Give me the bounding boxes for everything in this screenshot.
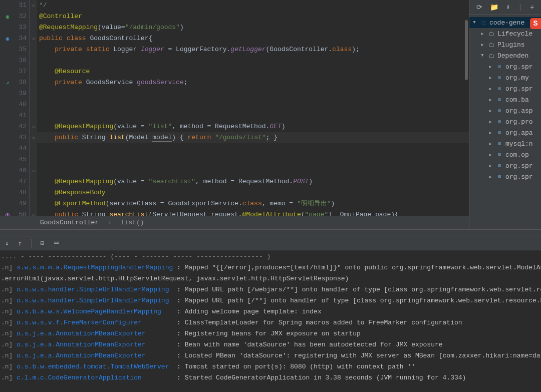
lib-icon: ≡ bbox=[495, 119, 503, 125]
folder-icon: 🗀 bbox=[487, 31, 495, 37]
code-content[interactable]: */ @Controller @RequestMapping(value="/a… bbox=[37, 0, 469, 216]
tree-dep[interactable]: ▶≡com.ba bbox=[469, 94, 541, 105]
folder-icon: 🗀 bbox=[487, 53, 495, 59]
breadcrumb-method[interactable]: list() bbox=[121, 219, 144, 226]
gutter-icons: ◉ ◉ ↗ ◎ bbox=[0, 0, 15, 216]
breakpoint-icon[interactable]: ◎ bbox=[6, 211, 10, 216]
console-toolbar: ↧ ↥ ⊟ ⩸ bbox=[0, 236, 541, 250]
scroll-top-icon[interactable]: ↥ bbox=[18, 239, 22, 247]
ime-badge[interactable]: S bbox=[530, 18, 541, 29]
spring-icon: ◉ bbox=[6, 13, 9, 21]
tree-dependencies[interactable]: ▼🗀Dependen bbox=[469, 50, 541, 61]
lib-icon: ≡ bbox=[495, 86, 503, 92]
tree-plugins[interactable]: ▶🗀Plugins bbox=[469, 39, 541, 50]
maven-tree[interactable]: ▼⬚code-gene ▶🗀Lifecycle ▶🗀Plugins ▼🗀Depe… bbox=[469, 15, 541, 229]
plus-icon[interactable]: + bbox=[530, 4, 534, 12]
tree-dep[interactable]: ▶≡org.pro bbox=[469, 116, 541, 127]
scroll-bottom-icon[interactable]: ↧ bbox=[5, 239, 9, 247]
line-numbers: 31 32 33 34 35 36 37 38 39 40 41 42 43 4… bbox=[15, 0, 30, 216]
lib-icon: ≡ bbox=[495, 97, 503, 103]
tree-dep[interactable]: ▶≡org.my bbox=[469, 72, 541, 83]
tree-dep[interactable]: ▶≡org.apa bbox=[469, 127, 541, 138]
lib-icon: ≡ bbox=[495, 174, 503, 180]
log-line: .n] o.s.j.e.a.AnnotationMBeanExporter : … bbox=[0, 339, 541, 350]
module-icon: ⬚ bbox=[479, 20, 487, 26]
tree-lifecycle[interactable]: ▶🗀Lifecycle bbox=[469, 28, 541, 39]
tree-dep[interactable]: ▶≡org.spr bbox=[469, 83, 541, 94]
fold-gutter[interactable]: ⊖⊖⊖⊕⊖⊖⊖ bbox=[30, 0, 37, 216]
add-icon[interactable]: 📁 bbox=[490, 3, 498, 12]
download-icon[interactable]: ⬇ bbox=[506, 3, 510, 12]
tree-dep[interactable]: ▶≡org.spr bbox=[469, 171, 541, 182]
maven-toolbar: ⟳ 📁 ⬇ | + bbox=[469, 0, 541, 15]
log-line: .n] o.s.w.s.v.f.FreeMarkerConfigurer : C… bbox=[0, 317, 541, 328]
tree-dep[interactable]: ▶≡org.asp bbox=[469, 105, 541, 116]
print-icon[interactable]: ⩸ bbox=[53, 239, 60, 247]
log-line: .... - ---- --------------- (---- - ----… bbox=[0, 251, 541, 262]
log-line: .n] o.s.w.s.handler.SimpleUrlHandlerMapp… bbox=[0, 284, 541, 295]
log-line: .n] o.s.b.a.w.s.WelcomePageHandlerMappin… bbox=[0, 306, 541, 317]
log-line: .n] o.s.j.e.a.AnnotationMBeanExporter : … bbox=[0, 328, 541, 339]
lib-icon: ≡ bbox=[495, 64, 503, 70]
log-line: .n] o.s.w.s.handler.SimpleUrlHandlerMapp… bbox=[0, 295, 541, 306]
lib-icon: ≡ bbox=[495, 108, 503, 114]
panel-divider[interactable] bbox=[0, 229, 541, 236]
class-icon: ◉ bbox=[6, 35, 9, 43]
breadcrumb-class[interactable]: GoodsController bbox=[40, 219, 99, 226]
soft-wrap-icon[interactable]: ⊟ bbox=[41, 239, 45, 247]
lib-icon: ≡ bbox=[495, 130, 503, 136]
log-line: .n] o.s.b.w.embedded.tomcat.TomcatWebSer… bbox=[0, 361, 541, 372]
tree-dep[interactable]: ▶≡mysql:n bbox=[469, 138, 541, 149]
maven-panel: ⟳ 📁 ⬇ | + ▼⬚code-gene ▶🗀Lifecycle ▶🗀Plug… bbox=[469, 0, 541, 229]
refresh-icon[interactable]: ⟳ bbox=[476, 3, 482, 12]
tree-dep[interactable]: ▶≡com.op bbox=[469, 149, 541, 160]
bean-icon: ↗ bbox=[6, 79, 9, 87]
editor-scrollbar[interactable] bbox=[464, 0, 469, 216]
lib-icon: ≡ bbox=[495, 163, 503, 169]
log-line: .errorHtml(javax.servlet.http.HttpServle… bbox=[0, 273, 541, 284]
breadcrumb[interactable]: GoodsController › list() bbox=[0, 216, 469, 229]
log-line: .n] c.l.m.c.CodeGeneratorApplication : S… bbox=[0, 372, 541, 383]
lib-icon: ≡ bbox=[495, 75, 503, 81]
log-line: .n] s.w.s.m.m.a.RequestMappingHandlerMap… bbox=[0, 262, 541, 273]
lib-icon: ≡ bbox=[495, 152, 503, 158]
folder-icon: 🗀 bbox=[487, 42, 495, 48]
tree-dep[interactable]: ▶≡org.spr bbox=[469, 61, 541, 72]
code-editor[interactable]: ◉ ◉ ↗ ◎ 31 bbox=[0, 0, 469, 229]
lib-icon: ≡ bbox=[495, 141, 503, 147]
console-output[interactable]: .... - ---- --------------- (---- - ----… bbox=[0, 250, 541, 392]
log-line: .n] o.s.j.e.a.AnnotationMBeanExporter : … bbox=[0, 350, 541, 361]
tree-dep[interactable]: ▶≡org.spr bbox=[469, 160, 541, 171]
